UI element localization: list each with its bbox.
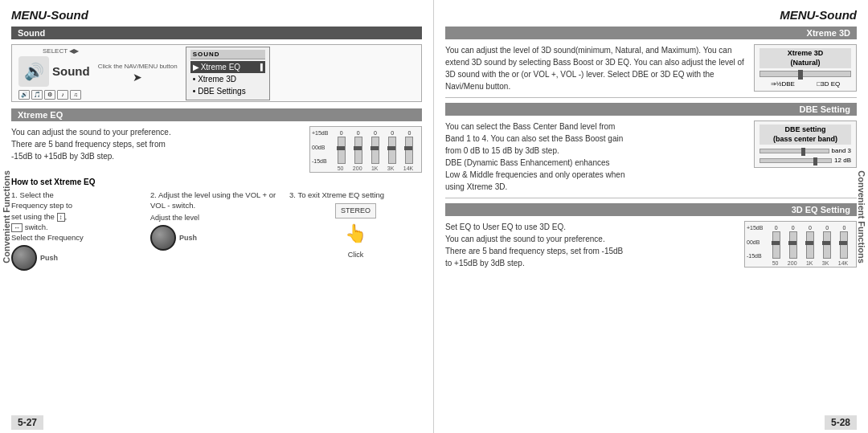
knob2 (150, 225, 176, 251)
sound-menu-box: SELECT ◀▶ 🔊 Sound 🔊 🎵 ⚙ ♪ ♫ Click the NA… (11, 44, 422, 102)
howto-section: How to set Xtreme EQ 1. Select the Frequ… (11, 178, 422, 271)
icon3: ⚙ (44, 90, 55, 100)
dbe-header: DBE Setting (445, 103, 857, 116)
howto-title: How to set Xtreme EQ (11, 178, 422, 186)
vertical-label-left: Convenient Functions (2, 170, 11, 263)
dbe-content: DBE setting(bass center band) band 3 12 … (445, 121, 857, 193)
left-page: MENU-Sound Sound SELECT ◀▶ 🔊 Sound 🔊 🎵 ⚙… (0, 0, 434, 433)
eq-handle-3 (371, 146, 379, 150)
divider2 (445, 198, 857, 198)
dbe-row2: 12 dB (760, 157, 851, 164)
step2: 2. Adjust the level using the VOL + or V… (150, 190, 283, 251)
eq3d-content: +15dB 00dB -15dB 0 0 0 0 0 (445, 221, 857, 269)
eq-db-bot: -15dB (312, 158, 327, 164)
xtreme3d-box: Xtreme 3D(Natural) ⇒½DBE □3D EQ (754, 44, 857, 92)
dbe-row1: band 3 (760, 147, 851, 154)
icon1: 🔊 (18, 90, 30, 100)
howto-steps: 1. Select the Frequency step to set usin… (11, 190, 422, 271)
divider1 (445, 97, 857, 98)
eq-diagram: +15dB 00dB -15dB 0 0 0 0 0 (309, 126, 422, 173)
eq-handle-2 (354, 146, 362, 150)
click-icon: 👆 (345, 222, 366, 247)
xtreme3d-handle (798, 70, 803, 80)
eq3d-header: 3D EQ Setting (445, 203, 857, 216)
icon2: 🎵 (31, 90, 43, 100)
eq3d-db-bot: -15dB (747, 253, 762, 259)
menu-item-xtreme-eq: ▶ Xtreme EQ ▐ (190, 61, 265, 73)
dbe-box: DBE setting(bass center band) band 3 12 … (754, 121, 857, 168)
right-page: MENU-Sound Xtreme 3D Xtreme 3D(Natural) … (434, 0, 868, 433)
eq3d-diagram: +15dB 00dB -15dB 0 0 0 0 0 (744, 221, 857, 268)
eq3d-db-top: +15dB (747, 225, 763, 231)
xtreme-eq-header: Xtreme EQ (11, 108, 422, 121)
xtreme3d-box-title: Xtreme 3D(Natural) (760, 48, 851, 68)
page-number-right: 5-28 (825, 415, 857, 430)
adjust-label: Adjust the level (150, 213, 283, 223)
eq-handle-5 (404, 146, 412, 150)
select-label: SELECT ◀▶ (43, 47, 79, 55)
speaker-icon: 🔊 (18, 56, 49, 87)
left-page-title: MENU-Sound (11, 8, 422, 22)
sound-dropdown: SOUND ▶ Xtreme EQ ▐ • Xtreme 3D • DBE Se… (186, 47, 270, 100)
step1: 1. Select the Frequency step to set usin… (11, 190, 144, 271)
eq-db-mid: 00dB (312, 145, 325, 150)
xtreme3d-slider (760, 71, 851, 77)
push2-label: Push (179, 233, 197, 243)
dbe-handle2 (813, 157, 817, 165)
icon5: ♫ (70, 90, 81, 100)
xtreme-eq-content: +15dB 00dB -15dB 0 0 0 0 0 (11, 126, 422, 173)
click-text: Click (348, 250, 364, 260)
dbe-sliders: band 3 12 dB (760, 147, 851, 164)
arrow-right-icon: ➤ (133, 71, 142, 84)
icon4: ♪ (57, 90, 68, 100)
vertical-label-right: Convenient Functions (857, 170, 866, 263)
push1-label: Push (40, 253, 58, 263)
xtreme3d-options: ⇒½DBE □3D EQ (760, 80, 851, 88)
stereo-box: STEREO (335, 203, 376, 219)
sound-section-header: Sound (11, 27, 422, 39)
dbe-box-title: DBE setting(bass center band) (760, 125, 851, 145)
xtreme3d-header: Xtreme 3D (445, 27, 857, 39)
menu-item-xtreme3d: • Xtreme 3D (190, 73, 265, 85)
eq-handle-4 (387, 146, 395, 150)
menu-item-dbe: • DBE Settings (190, 85, 265, 97)
eq-db-top: +15dB (312, 130, 328, 136)
click-hint: Click the NAV/MENU button (98, 63, 178, 71)
eq-handle-1 (337, 146, 345, 150)
xtreme3d-content: Xtreme 3D(Natural) ⇒½DBE □3D EQ You can … (445, 44, 857, 92)
dbe-handle1 (801, 148, 805, 156)
sound-label: Sound (52, 64, 90, 78)
page-number-left: 5-27 (11, 415, 43, 430)
step3: 3. To exit Xtreme EQ setting STEREO 👆 Cl… (289, 190, 422, 259)
eq3d-db-mid: 00dB (747, 239, 760, 245)
menu-title: SOUND (190, 50, 265, 59)
right-page-title: MENU-Sound (445, 8, 857, 22)
knob1 (11, 245, 37, 271)
